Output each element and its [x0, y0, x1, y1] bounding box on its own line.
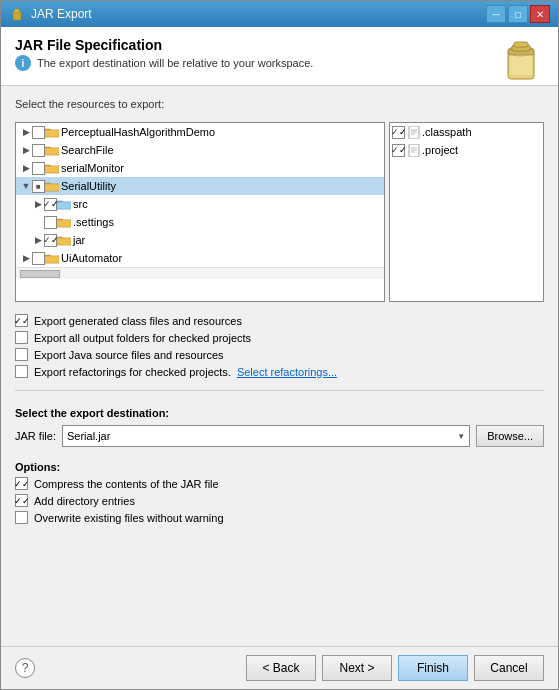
tree-item-ui-automator[interactable]: ▶ UiAutomator: [16, 249, 384, 267]
src-folder-icon: [57, 199, 71, 210]
checkbox-row-compress: ✓ Compress the contents of the JAR file: [15, 477, 544, 490]
checkbox-item1[interactable]: [32, 126, 45, 139]
checkbox-export-java[interactable]: [15, 348, 28, 361]
checkbox-project[interactable]: ✓: [392, 144, 405, 157]
close-button[interactable]: ✕: [530, 5, 550, 23]
checkbox-label: Compress the contents of the JAR file: [34, 478, 219, 490]
checkbox-item5[interactable]: ✓: [44, 198, 57, 211]
right-item-classpath[interactable]: ✓ .classpath: [390, 123, 543, 141]
tree-item[interactable]: ▶ SearchFile: [16, 141, 384, 159]
title-bar-controls: ─ □ ✕: [486, 5, 550, 23]
window: JAR Export ─ □ ✕ JAR File Specification …: [0, 0, 559, 690]
svg-rect-7: [514, 42, 528, 47]
checkbox-export-class[interactable]: ✓: [15, 314, 28, 327]
checkbox-item3[interactable]: [32, 162, 45, 175]
checkbox-item2[interactable]: [32, 144, 45, 157]
resources-label: Select the resources to export:: [15, 98, 544, 110]
file-icon: [408, 126, 420, 139]
svg-rect-2: [15, 9, 19, 11]
checkbox-export-refactor[interactable]: [15, 365, 28, 378]
section-header: JAR File Specification: [15, 37, 544, 53]
jar-file-row: JAR file: Serial.jar ▼ Browse...: [15, 425, 544, 447]
checkbox-row-java-source: Export Java source files and resources: [15, 348, 544, 361]
tree-item[interactable]: ▶ serialMonitor: [16, 159, 384, 177]
destination-label: Select the export destination:: [15, 407, 544, 419]
folder-icon: [45, 253, 59, 264]
separator: [15, 390, 544, 391]
export-options: ✓ Export generated class files and resou…: [15, 314, 544, 378]
tree-arrow: ▶: [20, 127, 32, 137]
checkbox-item8[interactable]: [32, 252, 45, 265]
right-panel[interactable]: ✓ .classpath ✓: [389, 122, 544, 302]
folder-icon-selected: [45, 181, 59, 192]
item-label: SearchFile: [61, 144, 114, 156]
item-label: SerialUtility: [61, 180, 116, 192]
maximize-button[interactable]: □: [508, 5, 528, 23]
folder-icon: [45, 163, 59, 174]
jar-input-value: Serial.jar: [67, 430, 110, 442]
file-icon: [408, 144, 420, 157]
tree-panel[interactable]: ▶ PerceptualHashAlgorithmDemo ▶: [15, 122, 385, 302]
tree-item-src[interactable]: ▶ ✓ src: [16, 195, 384, 213]
back-button[interactable]: < Back: [246, 655, 316, 681]
checkbox-item7[interactable]: ✓: [44, 234, 57, 247]
options-section: Options: ✓ Compress the contents of the …: [15, 461, 544, 524]
tree-item[interactable]: ▶ PerceptualHashAlgorithmDemo: [16, 123, 384, 141]
jar-file-input[interactable]: Serial.jar ▼: [62, 425, 470, 447]
tree-item-serial-utility[interactable]: ▼ ■ SerialUtility: [16, 177, 384, 195]
browse-button[interactable]: Browse...: [476, 425, 544, 447]
horizontal-scrollbar[interactable]: [16, 267, 384, 279]
folder-icon: [57, 217, 71, 228]
folder-icon: [57, 235, 71, 246]
destination-section: Select the export destination: JAR file:…: [15, 407, 544, 453]
folder-icon: [45, 145, 59, 156]
checkbox-label: Overwrite existing files without warning: [34, 512, 224, 524]
checkbox-compress[interactable]: ✓: [15, 477, 28, 490]
finish-button[interactable]: Finish: [398, 655, 468, 681]
next-button[interactable]: Next >: [322, 655, 392, 681]
item-label: serialMonitor: [61, 162, 124, 174]
bottom-buttons: < Back Next > Finish Cancel: [246, 655, 544, 681]
item-label: .classpath: [422, 126, 472, 138]
item-label: UiAutomator: [61, 252, 122, 264]
tree-item-settings[interactable]: ▶ .settings: [16, 213, 384, 231]
checkbox-overwrite[interactable]: [15, 511, 28, 524]
jar-illustration: [498, 35, 544, 87]
svg-rect-9: [409, 126, 419, 139]
tree-arrow: ▶: [20, 163, 32, 173]
info-icon: i: [15, 55, 31, 71]
checkbox-export-output[interactable]: [15, 331, 28, 344]
item-label: .project: [422, 144, 458, 156]
checkbox-label: Export Java source files and resources: [34, 349, 224, 361]
tree-arrow: ▼: [20, 181, 32, 191]
header-area: JAR File Specification i The export dest…: [1, 27, 558, 86]
minimize-button[interactable]: ─: [486, 5, 506, 23]
checkbox-row-refactorings: Export refactorings for checked projects…: [15, 365, 544, 378]
options-label: Options:: [15, 461, 544, 473]
checkbox-label: Export generated class files and resourc…: [34, 315, 242, 327]
cancel-button[interactable]: Cancel: [474, 655, 544, 681]
checkbox-label: Export all output folders for checked pr…: [34, 332, 251, 344]
checkbox-row-class-files: ✓ Export generated class files and resou…: [15, 314, 544, 327]
checkbox-row-output-folders: Export all output folders for checked pr…: [15, 331, 544, 344]
checkbox-label: Add directory entries: [34, 495, 135, 507]
title-bar: JAR Export ─ □ ✕: [1, 1, 558, 27]
jar-field-label: JAR file:: [15, 430, 56, 442]
title-bar-left: JAR Export: [9, 6, 92, 22]
main-content: Select the resources to export: ▶ Percep…: [1, 86, 558, 646]
folder-icon: [45, 127, 59, 138]
item-label: .settings: [73, 216, 114, 228]
bottom-bar: ? < Back Next > Finish Cancel: [1, 646, 558, 689]
checkbox-item4[interactable]: ■: [32, 180, 45, 193]
help-button[interactable]: ?: [15, 658, 35, 678]
checkbox-label: Export refactorings for checked projects…: [34, 366, 231, 378]
checkbox-item6[interactable]: [44, 216, 57, 229]
checkbox-classpath[interactable]: ✓: [392, 126, 405, 139]
dropdown-arrow-icon[interactable]: ▼: [457, 432, 465, 441]
item-label: src: [73, 198, 88, 210]
right-item-project[interactable]: ✓ .project: [390, 141, 543, 159]
tree-arrow: ▶: [20, 253, 32, 263]
select-refactorings-link[interactable]: Select refactorings...: [237, 366, 337, 378]
tree-item-jar[interactable]: ▶ ✓ jar: [16, 231, 384, 249]
checkbox-directory[interactable]: ✓: [15, 494, 28, 507]
